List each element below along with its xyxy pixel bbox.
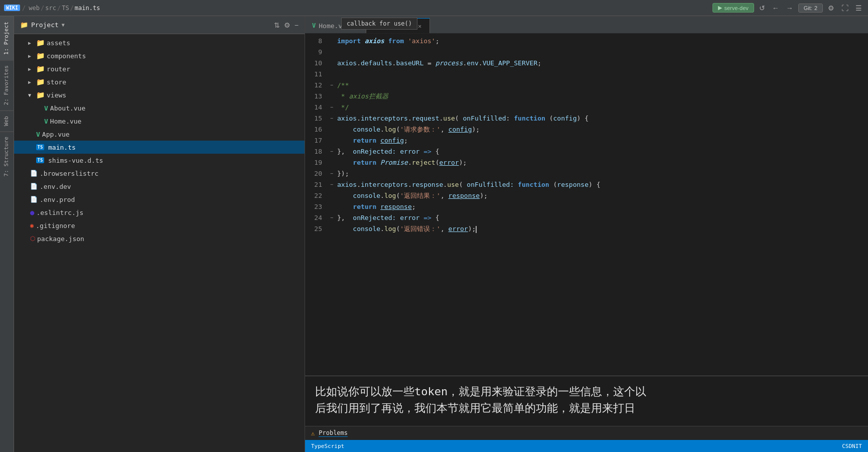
- panel-header: 📁 Project ▼ ⇅ ⚙ −: [14, 16, 305, 34]
- panel-settings-button[interactable]: ⚙: [284, 21, 291, 29]
- code-editor[interactable]: 8 import axios from 'axios'; 9 10 axios.…: [305, 34, 868, 376]
- run-button[interactable]: ▶ serve-dev: [712, 3, 754, 13]
- fold-20[interactable]: −: [330, 168, 337, 179]
- project-panel: 📁 Project ▼ ⇅ ⚙ − ▶ 📁 assets ▶ 📁: [14, 16, 305, 452]
- status-right: CSDNIT: [842, 443, 862, 449]
- line-content-16: console.log('请求参数：', config);: [337, 124, 868, 135]
- tree-item-gitignore[interactable]: ◉ .gitignore: [14, 219, 305, 232]
- panel-minimize-button[interactable]: −: [295, 21, 299, 29]
- tab-project[interactable]: 1: Project: [0, 16, 14, 60]
- status-type-label: TypeScript: [311, 443, 344, 449]
- tab-structure[interactable]: 7: Structure: [0, 131, 14, 181]
- pkg-icon: ⬡: [30, 235, 35, 242]
- tree-item-shims-vue[interactable]: TS shims-vue.d.ts: [14, 154, 305, 167]
- tree-item-app-vue[interactable]: V App.vue: [14, 128, 305, 141]
- status-csdnit: CSDNIT: [842, 443, 862, 449]
- git-label: Git:: [804, 5, 812, 11]
- tree-label-router: router: [47, 65, 70, 73]
- fold-15[interactable]: −: [330, 113, 337, 124]
- line-num-22: 22: [305, 190, 330, 201]
- toolbar-brand: WIKI /: [4, 5, 26, 12]
- code-line-12: 12 − /**: [305, 80, 868, 91]
- line-content-14: */: [337, 102, 868, 113]
- line-num-20: 20: [305, 168, 330, 179]
- code-line-19: 19 return Promise.reject(error);: [305, 157, 868, 168]
- main-layout: 1: Project 2: Favorites Web 7: Structure…: [0, 16, 868, 452]
- line-num-19: 19: [305, 157, 330, 168]
- tree-item-views[interactable]: ▼ 📁 views: [14, 88, 305, 101]
- tree-label-home-vue: Home.vue: [50, 118, 82, 125]
- code-line-22: 22 console.log('返回结果：', response);: [305, 190, 868, 201]
- vue-icon-app: V: [36, 131, 40, 138]
- tree-label-about-vue: About.vue: [50, 104, 85, 112]
- tree-item-main-ts[interactable]: TS main.ts: [14, 141, 305, 154]
- line-content-23: return response;: [337, 201, 868, 212]
- eslint-icon: ●: [30, 208, 34, 216]
- subtitle-line2: 后我们用到了再说，我们本节就用它最简单的功能，就是用来打日: [315, 400, 858, 416]
- code-line-24: 24 − }, onRejected: error => {: [305, 212, 868, 223]
- tree-label-env-dev: .env.dev: [40, 183, 71, 190]
- code-line-25: 25 console.log('返回错误：', error);: [305, 223, 868, 235]
- tree-item-browserslistrc[interactable]: 📄 .browserslistrc: [14, 167, 305, 180]
- code-line-18: 18 − }, onRejected: error => {: [305, 146, 868, 157]
- code-line-13: 13 * axios拦截器: [305, 91, 868, 102]
- problems-tab[interactable]: Problems: [319, 429, 348, 437]
- line-num-15: 15: [305, 113, 330, 124]
- tree-item-router[interactable]: ▶ 📁 router: [14, 62, 305, 75]
- ts-icon-main: TS: [36, 144, 44, 150]
- tree-label-env-prod: .env.prod: [40, 196, 75, 203]
- breadcrumb-web[interactable]: web: [29, 5, 40, 12]
- line-content-24: }, onRejected: error => {: [337, 212, 868, 223]
- line-content-11: [337, 69, 868, 80]
- breadcrumb: web / src / TS / main.ts: [29, 5, 100, 12]
- git-button[interactable]: Git: 2: [798, 4, 823, 13]
- line-content-17: return config;: [337, 135, 868, 146]
- tab-web[interactable]: Web: [0, 110, 14, 131]
- fold-21[interactable]: −: [330, 179, 337, 190]
- problems-bar: ⚠ Problems: [305, 426, 868, 440]
- sort-button[interactable]: ⇅: [274, 21, 280, 29]
- tab-close-main-ts[interactable]: ✕: [417, 23, 422, 30]
- file-icon-browserslistrc: 📄: [30, 170, 38, 177]
- tree-item-about-vue[interactable]: V About.vue: [14, 101, 305, 115]
- forward-button[interactable]: →: [784, 3, 795, 13]
- tree-item-assets[interactable]: ▶ 📁 assets: [14, 36, 305, 49]
- run-icon: ▶: [718, 5, 722, 11]
- vue-icon-about: V: [44, 104, 48, 112]
- fold-12[interactable]: −: [330, 80, 337, 91]
- tree-item-store[interactable]: ▶ 📁 store: [14, 75, 305, 88]
- fold-24[interactable]: −: [330, 212, 337, 223]
- menu-button[interactable]: ☰: [853, 3, 864, 13]
- tree-item-components[interactable]: ▶ 📁 components: [14, 49, 305, 62]
- back-button[interactable]: ←: [770, 3, 781, 13]
- tree-item-package-json[interactable]: ⬡ package.json: [14, 232, 305, 245]
- fullscreen-button[interactable]: ⛶: [839, 3, 850, 13]
- tree-item-env-prod[interactable]: 📄 .env.prod: [14, 193, 305, 206]
- line-num-16: 16: [305, 124, 330, 135]
- code-line-17: 17 return config;: [305, 135, 868, 146]
- code-line-10: 10 axios.defaults.baseURL = process.env.…: [305, 58, 868, 69]
- fold-14[interactable]: −: [330, 102, 337, 113]
- line-content-13: * axios拦截器: [337, 91, 868, 102]
- status-type: TypeScript: [311, 443, 344, 449]
- line-content-20: });: [337, 168, 868, 179]
- tab-bar: V Home.vue ✕ TS main.ts ✕ callback for u…: [305, 16, 868, 34]
- settings-button[interactable]: ⚙: [826, 3, 836, 13]
- tab-favorites[interactable]: 2: Favorites: [0, 60, 14, 110]
- breadcrumb-ts[interactable]: TS: [62, 5, 69, 12]
- toolbar-sep: /: [22, 5, 26, 12]
- vue-icon-tab: V: [312, 22, 316, 29]
- tree-item-eslintrc[interactable]: ● .eslintrc.js: [14, 206, 305, 219]
- git-icon: ◉: [30, 222, 34, 229]
- folder-icon-assets: 📁: [36, 39, 45, 47]
- refresh-button[interactable]: ↺: [757, 3, 767, 13]
- ts-icon-shims: TS: [36, 157, 44, 163]
- breadcrumb-src[interactable]: src: [45, 5, 56, 12]
- line-num-23: 23: [305, 201, 330, 212]
- line-content-25: console.log('返回错误：', error);: [337, 223, 868, 235]
- tree-item-env-dev[interactable]: 📄 .env.dev: [14, 180, 305, 193]
- tree-item-home-vue[interactable]: V Home.vue: [14, 115, 305, 128]
- vue-icon-home: V: [44, 118, 48, 125]
- fold-18[interactable]: −: [330, 146, 337, 157]
- breadcrumb-main-ts[interactable]: main.ts: [75, 5, 100, 12]
